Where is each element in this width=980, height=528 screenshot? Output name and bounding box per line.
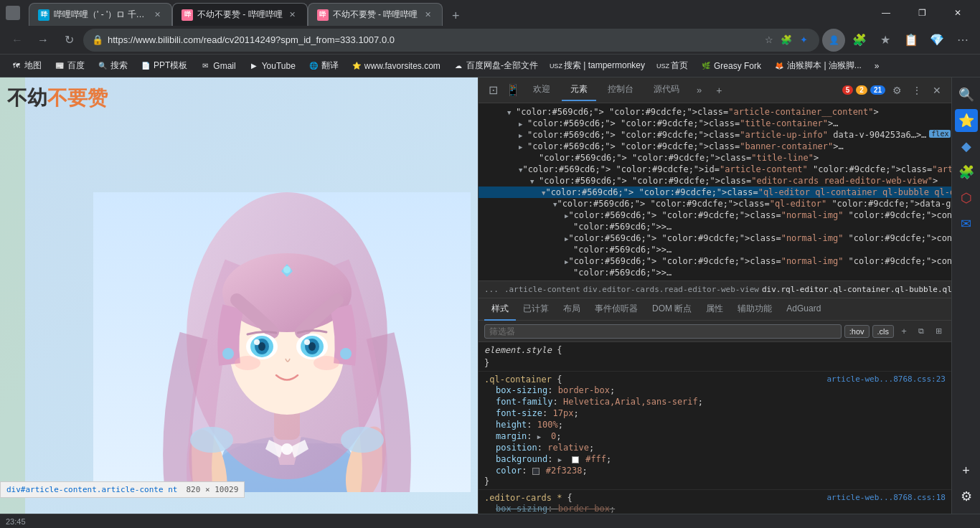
maximize-button[interactable]: ❐ xyxy=(905,0,938,26)
element-style-selector[interactable]: element.style xyxy=(484,345,557,355)
dom-tree-line[interactable]: "color:#569cd6;"> "color:#9cdcfe;">class… xyxy=(479,106,951,118)
styles-tab-layout[interactable]: 布局 xyxy=(556,298,588,321)
bookmark-home[interactable]: USZ 首页 xyxy=(652,57,694,75)
styles-tab-dom-breakpoints[interactable]: DOM 断点 xyxy=(645,298,699,321)
extensions-icon[interactable]: 🧩 xyxy=(779,33,793,47)
devtools-tab-elements[interactable]: 元素 xyxy=(562,79,596,101)
breadcrumb-ql-container[interactable]: div.rql-editor.ql-container.ql-bubble.ql… xyxy=(762,285,951,294)
styles-tab-styles[interactable]: 样式 xyxy=(484,298,516,321)
settings-more-button[interactable]: ⋯ xyxy=(951,29,974,52)
hover-button[interactable]: :hov xyxy=(844,325,870,338)
dom-tree-line[interactable]: "color:#569cd6;"> "color:#9cdcfe;">class… xyxy=(479,232,951,244)
styles-tab-computed[interactable]: 已计算 xyxy=(516,298,556,321)
ql-container-selector[interactable]: .ql-container xyxy=(484,374,552,385)
back-button[interactable]: ← xyxy=(6,29,29,52)
browser-tab-2[interactable]: 哔 不幼不要赞 - 哔哩哔哩 ✕ xyxy=(172,3,308,26)
address-bar[interactable]: 🔒 https://www.bilibili.com/read/cv201142… xyxy=(83,29,819,52)
background-color-swatch[interactable] xyxy=(572,456,579,463)
devtools-device-button[interactable]: 📱 xyxy=(504,82,522,99)
bookmark-search[interactable]: 🔍 搜索 xyxy=(92,57,133,75)
dom-tree-line[interactable]: "color:#569cd6;">>… xyxy=(479,267,951,278)
right-sidebar-search-icon[interactable]: 🔍 xyxy=(955,83,978,106)
collections-button[interactable]: 📋 xyxy=(900,29,923,52)
bookmark-youtube[interactable]: ▶ YouTube xyxy=(243,58,301,74)
sidebar-toggle-button[interactable] xyxy=(6,6,20,20)
dom-tree-line[interactable]: "color:#569cd6;"> "color:#9cdcfe;">class… xyxy=(479,129,951,141)
bookmark-translate[interactable]: 🌐 翻译 xyxy=(303,57,344,75)
devtools-tab-console[interactable]: 控制台 xyxy=(599,79,642,101)
dom-tree-line[interactable]: "color:#569cd6;"> "color:#9cdcfe;">class… xyxy=(479,255,951,267)
dom-tree-line[interactable]: "color:#569cd6;">>… xyxy=(479,244,951,255)
background-expand-icon[interactable]: ▶ xyxy=(558,456,567,463)
dom-tree-line[interactable]: "color:#569cd6;"> "color:#9cdcfe;">class… xyxy=(479,118,951,129)
bookmark-star-icon[interactable]: ☆ xyxy=(762,33,776,47)
dom-tree-line[interactable]: "color:#569cd6;">>… xyxy=(479,221,951,232)
devtools-settings-button[interactable]: ⚙ xyxy=(888,82,905,99)
tab-close-3[interactable]: ✕ xyxy=(422,9,433,21)
tab-close-1[interactable]: ✕ xyxy=(151,9,163,21)
filter-input[interactable] xyxy=(484,324,842,339)
styles-tab-event-listeners[interactable]: 事件侦听器 xyxy=(588,298,645,321)
reload-button[interactable]: ↻ xyxy=(57,29,80,52)
breadcrumb-article-content[interactable]: .article-content xyxy=(504,285,580,294)
right-sidebar-outlook-icon[interactable]: ✉ xyxy=(955,212,978,235)
devtools-tab-welcome[interactable]: 欢迎 xyxy=(524,79,559,101)
editor-cards-source[interactable]: article-web...8768.css:18 xyxy=(826,493,946,502)
styles-pane[interactable]: element.style { } article-web...8768.css… xyxy=(479,342,951,514)
dom-tree-line[interactable]: "color:#569cd6;"> "color:#9cdcfe;">id="a… xyxy=(479,164,951,175)
close-button[interactable]: ✕ xyxy=(941,0,974,26)
browser-wallet-button[interactable]: 💎 xyxy=(925,29,948,52)
toggle-style-button[interactable]: ⊞ xyxy=(931,324,946,339)
styles-tab-adguard[interactable]: AdGuard xyxy=(779,299,828,319)
right-sidebar-diamond-icon[interactable]: ◆ xyxy=(955,135,978,158)
bookmarks-more-button[interactable]: » xyxy=(869,58,885,74)
styles-tab-accessibility[interactable]: 辅助功能 xyxy=(730,298,779,321)
breadcrumb-editor-cards[interactable]: div.editor-cards.read-editor-web-view xyxy=(583,285,759,294)
devtools-close-button[interactable]: ✕ xyxy=(928,82,946,99)
cls-button[interactable]: .cls xyxy=(872,325,895,338)
devtools-more-button[interactable]: ⋮ xyxy=(908,82,925,99)
bookmark-youhou[interactable]: 🦊 油猴脚本 | 油猴脚... xyxy=(768,57,867,75)
bookmark-baidupan[interactable]: ☁ 百度网盘-全部文件 xyxy=(448,57,544,75)
dom-tree-arrow[interactable] xyxy=(519,141,527,151)
browser-tab-1[interactable]: 哔 哔哩哔哩（' - '）ロ 千杯~--bili ✕ xyxy=(29,3,172,26)
copilot-icon[interactable]: ✦ xyxy=(796,33,811,47)
color-color-swatch[interactable] xyxy=(532,468,540,475)
styles-tab-properties[interactable]: 属性 xyxy=(699,298,730,321)
right-sidebar-settings-icon[interactable]: ⚙ xyxy=(955,485,978,508)
forward-button[interactable]: → xyxy=(32,29,55,52)
dom-tree-arrow[interactable] xyxy=(519,118,527,128)
bookmark-tampermonkey[interactable]: USZ 搜索 | tampermonkey xyxy=(545,57,651,75)
bookmark-gmail[interactable]: ✉ Gmail xyxy=(194,58,241,74)
dom-tree-line[interactable]: "color:#569cd6;"> "color:#9cdcfe;">class… xyxy=(479,141,951,152)
add-style-button[interactable]: + xyxy=(897,324,911,339)
minimize-button[interactable]: — xyxy=(870,0,903,26)
dom-tree-line[interactable]: "color:#569cd6;"> "color:#9cdcfe;">class… xyxy=(479,209,951,221)
dom-tree-arrow[interactable] xyxy=(519,130,527,140)
editor-cards-selector[interactable]: .editor-cards * xyxy=(484,493,562,503)
ql-container-source[interactable]: article-web...8768.css:23 xyxy=(826,374,946,384)
dom-tree-arrow[interactable] xyxy=(507,107,516,117)
right-sidebar-more-icon[interactable]: + xyxy=(955,459,978,482)
right-sidebar-favorites-icon[interactable]: ⭐ xyxy=(955,109,978,132)
copy-style-button[interactable]: ⧉ xyxy=(914,324,928,339)
extensions-button[interactable]: 🧩 xyxy=(848,29,871,52)
browser-tab-3[interactable]: 哔 不幼不要赞 - 哔哩哔哩 ✕ xyxy=(308,3,443,26)
devtools-tab-sources[interactable]: 源代码 xyxy=(645,79,688,101)
bookmark-baidu[interactable]: 📰 百度 xyxy=(49,57,90,75)
devtools-inspect-button[interactable]: ⊡ xyxy=(484,82,501,99)
devtools-tabs-more[interactable]: » xyxy=(691,85,707,95)
profile-button[interactable]: 👤 xyxy=(822,29,845,52)
dom-tree-line[interactable]: "color:#569cd6;"> "color:#9cdcfe;">class… xyxy=(479,198,951,209)
new-tab-button[interactable]: + xyxy=(446,6,466,26)
dom-tree-line[interactable]: "color:#569cd6;"> "color:#9cdcfe;">class… xyxy=(479,187,951,198)
dom-tree-line[interactable]: "color:#569cd6;"> "color:#9cdcfe;">class… xyxy=(479,152,951,164)
right-sidebar-extensions-icon[interactable]: 🧩 xyxy=(955,161,978,184)
favorites-button[interactable]: ★ xyxy=(874,29,897,52)
tab-close-2[interactable]: ✕ xyxy=(287,9,298,21)
bookmark-ditu[interactable]: 🗺 地图 xyxy=(6,57,47,75)
right-sidebar-office-icon[interactable]: ⬡ xyxy=(955,187,978,209)
bookmark-ppt[interactable]: 📄 PPT模板 xyxy=(135,57,193,75)
devtools-add-tab-button[interactable]: + xyxy=(710,82,727,99)
margin-expand-icon[interactable]: ▶ xyxy=(537,433,546,440)
